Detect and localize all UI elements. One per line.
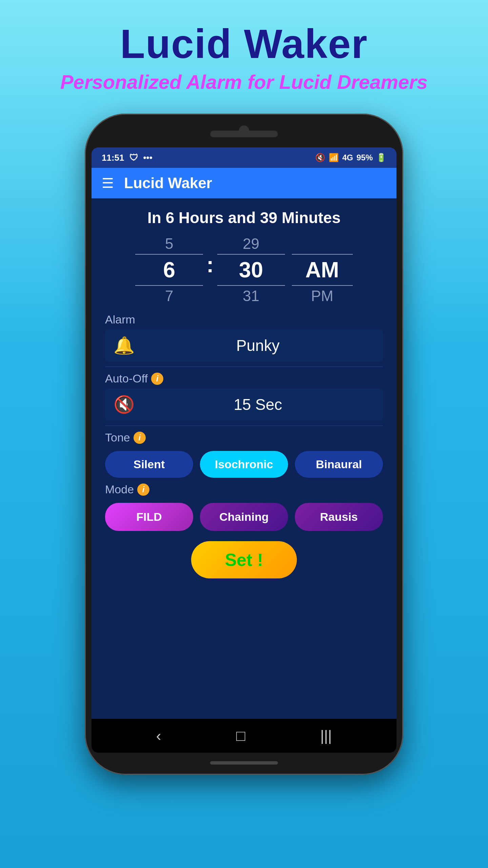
shield-icon: 🛡 (129, 153, 138, 163)
nav-recent-button[interactable]: ||| (320, 727, 332, 744)
phone-frame: 11:51 🛡 ••• 🔇 📶 4G 95% 🔋 ☰ Lucid Waker I… (85, 114, 403, 775)
app-subtitle: Personalized Alarm for Lucid Dreamers (60, 71, 428, 93)
bell-icon: 🔔 (114, 336, 135, 355)
mode-fild-button[interactable]: FILD (105, 503, 193, 531)
phone-screen: 11:51 🛡 ••• 🔇 📶 4G 95% 🔋 ☰ Lucid Waker I… (92, 147, 396, 753)
tone-buttons: Silent Isochronic Binaural (105, 451, 383, 478)
tone-info-icon[interactable]: i (134, 432, 146, 444)
wifi-icon: 📶 (329, 153, 339, 162)
phone-bottom-bar (210, 761, 278, 765)
status-left: 11:51 🛡 ••• (102, 153, 152, 163)
minutes-below: 31 (243, 286, 259, 306)
mode-rausis-button[interactable]: Rausis (295, 503, 383, 531)
mode-info-icon[interactable]: i (137, 484, 149, 496)
divider-1 (105, 367, 383, 367)
battery-label: 95% (357, 153, 373, 162)
ampm-current[interactable]: AM (292, 254, 353, 286)
nav-back-button[interactable]: ‹ (156, 727, 161, 744)
dots-icon: ••• (143, 153, 152, 163)
app-bar: ☰ Lucid Waker (92, 168, 396, 198)
app-title: Lucid Waker (120, 20, 368, 67)
tone-isochronic-button[interactable]: Isochronic (200, 451, 288, 478)
app-bar-title: Lucid Waker (124, 175, 212, 192)
tone-label: Tone i (105, 431, 383, 444)
status-right: 🔇 📶 4G 95% 🔋 (315, 153, 386, 162)
phone-speaker (210, 131, 278, 137)
hamburger-icon[interactable]: ☰ (102, 176, 114, 190)
alarm-label: Alarm (105, 313, 383, 326)
tone-binaural-button[interactable]: Binaural (295, 451, 383, 478)
ampm-column[interactable]: AM PM (292, 234, 353, 306)
minutes-column[interactable]: 29 30 31 (217, 234, 285, 306)
auto-off-row[interactable]: 🔇 15 Sec (105, 389, 383, 420)
minutes-current[interactable]: 30 (217, 254, 285, 286)
hours-above: 5 (165, 234, 173, 254)
status-time: 11:51 (102, 153, 124, 163)
hours-below: 7 (165, 286, 173, 306)
countdown-text: In 6 Hours and 39 Minutes (105, 209, 383, 227)
ampm-below: PM (311, 286, 333, 306)
minutes-above: 29 (243, 234, 259, 254)
hours-current[interactable]: 6 (135, 254, 203, 286)
time-picker[interactable]: 5 6 7 : 29 30 31 AM PM (105, 234, 383, 306)
divider-2 (105, 426, 383, 426)
mode-label: Mode i (105, 483, 383, 496)
status-bar: 11:51 🛡 ••• 🔇 📶 4G 95% 🔋 (92, 147, 396, 168)
speaker-mute-icon: 🔇 (114, 395, 135, 414)
set-button-container: Set ! (105, 541, 383, 578)
auto-off-value: 15 Sec (141, 395, 374, 414)
alarm-row[interactable]: 🔔 Punky (105, 330, 383, 361)
phone-top-bar (92, 124, 396, 144)
auto-off-info-icon[interactable]: i (151, 373, 163, 385)
battery-icon: 🔋 (376, 153, 386, 162)
mode-chaining-button[interactable]: Chaining (200, 503, 288, 531)
mute-icon: 🔇 (315, 153, 325, 162)
network-label: 4G (342, 153, 353, 162)
tone-silent-button[interactable]: Silent (105, 451, 193, 478)
phone-nav: ‹ □ ||| (92, 719, 396, 753)
colon-separator: : (206, 252, 214, 288)
auto-off-label: Auto-Off i (105, 372, 383, 385)
main-content: In 6 Hours and 39 Minutes 5 6 7 : 29 30 … (92, 198, 396, 719)
set-button[interactable]: Set ! (191, 541, 297, 578)
hours-column[interactable]: 5 6 7 (135, 234, 203, 306)
alarm-value: Punky (141, 336, 374, 355)
nav-home-button[interactable]: □ (236, 727, 245, 744)
mode-buttons: FILD Chaining Rausis (105, 503, 383, 531)
